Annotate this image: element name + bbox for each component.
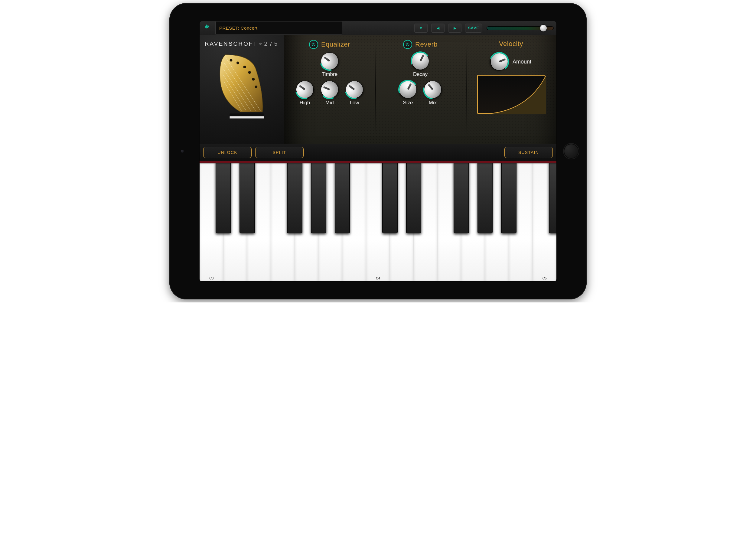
preset-name: Concert	[241, 25, 258, 31]
knob-ring-icon	[315, 46, 345, 76]
piano-image	[213, 50, 271, 125]
knob-ring-icon	[315, 75, 344, 104]
size-knob[interactable]	[396, 78, 419, 101]
toolbar: PRESET: Concert ▼ ◀ ▶ SAVE	[200, 21, 556, 35]
unlock-button[interactable]: UNLOCK	[203, 147, 252, 158]
keys-container: C3C4C5	[200, 161, 556, 281]
high-knob[interactable]	[293, 78, 317, 101]
svg-point-10	[252, 78, 255, 81]
action-button-row: UNLOCK SPLIT SUSTAIN	[200, 144, 556, 161]
brand: RAVENSCROFT® 275	[205, 41, 279, 47]
reverb-section: Reverb Decay Size	[375, 35, 466, 144]
decay-knob[interactable]	[409, 50, 432, 72]
black-key[interactable]	[335, 161, 350, 233]
velocity-curve-display[interactable]	[477, 75, 545, 114]
equalizer-section: Equalizer Timbre High	[284, 35, 375, 144]
velocity-amount-label: Amount	[513, 59, 531, 65]
reverb-title: Reverb	[415, 41, 437, 48]
front-camera	[181, 150, 184, 153]
settings-gear-icon[interactable]	[201, 24, 213, 32]
black-key[interactable]	[239, 161, 255, 233]
next-preset-button[interactable]: ▶	[448, 24, 462, 33]
brand-model: 275	[264, 41, 279, 47]
svg-point-8	[243, 66, 246, 68]
preset-display[interactable]: PRESET: Concert	[215, 21, 342, 35]
velocity-section: Velocity Amount	[466, 35, 556, 144]
black-key[interactable]	[287, 161, 302, 233]
timbre-knob[interactable]	[318, 49, 341, 73]
svg-rect-13	[230, 116, 264, 118]
key-felt	[200, 161, 556, 163]
black-key[interactable]	[382, 161, 397, 233]
knob-ring-icon	[417, 74, 448, 105]
reverb-power-button[interactable]	[403, 40, 412, 49]
svg-point-6	[230, 59, 233, 62]
black-key[interactable]	[501, 161, 516, 233]
octave-label: C5	[543, 276, 547, 280]
black-key[interactable]	[311, 161, 326, 233]
volume-slider[interactable]	[487, 25, 553, 31]
octave-label: C4	[376, 276, 380, 280]
velocity-amount-knob[interactable]	[488, 50, 510, 72]
knob-ring-icon	[485, 47, 514, 76]
keyboard: C3C4C5	[200, 161, 556, 281]
velocity-title: Velocity	[499, 40, 523, 48]
svg-rect-12	[230, 113, 264, 116]
black-key[interactable]	[406, 161, 421, 233]
tablet-frame: PRESET: Concert ▼ ◀ ▶ SAVE RAVENSCROFT® …	[169, 3, 587, 299]
black-key[interactable]	[478, 161, 492, 233]
screen: PRESET: Concert ▼ ◀ ▶ SAVE RAVENSCROFT® …	[200, 21, 556, 281]
brand-name: RAVENSCROFT	[205, 41, 258, 47]
mix-knob[interactable]	[421, 78, 445, 101]
preset-dropdown-button[interactable]: ▼	[414, 24, 428, 33]
mid-knob[interactable]	[319, 78, 341, 100]
knob-ring-icon	[406, 46, 435, 76]
svg-point-11	[255, 86, 257, 88]
svg-point-9	[248, 71, 251, 74]
equalizer-power-button[interactable]	[309, 40, 318, 49]
prev-preset-button[interactable]: ◀	[431, 24, 444, 33]
home-button[interactable]	[563, 143, 579, 159]
black-key[interactable]	[216, 161, 231, 233]
knob-ring-icon	[290, 74, 320, 105]
logo-area: RAVENSCROFT® 275	[200, 35, 284, 144]
black-key[interactable]	[549, 161, 556, 233]
equalizer-title: Equalizer	[321, 41, 350, 48]
low-knob[interactable]	[343, 78, 366, 101]
volume-thumb[interactable]	[540, 25, 547, 31]
preset-prefix: PRESET:	[219, 25, 239, 31]
knob-ring-icon	[339, 74, 370, 105]
black-key[interactable]	[454, 161, 469, 233]
sustain-button[interactable]: SUSTAIN	[504, 147, 553, 158]
split-button[interactable]: SPLIT	[255, 147, 304, 158]
svg-point-7	[237, 62, 239, 65]
effects-area: Equalizer Timbre High	[284, 35, 556, 144]
octave-label: C3	[209, 276, 213, 280]
controls-panel: RAVENSCROFT® 275	[200, 35, 556, 144]
save-button[interactable]: SAVE	[465, 24, 482, 33]
